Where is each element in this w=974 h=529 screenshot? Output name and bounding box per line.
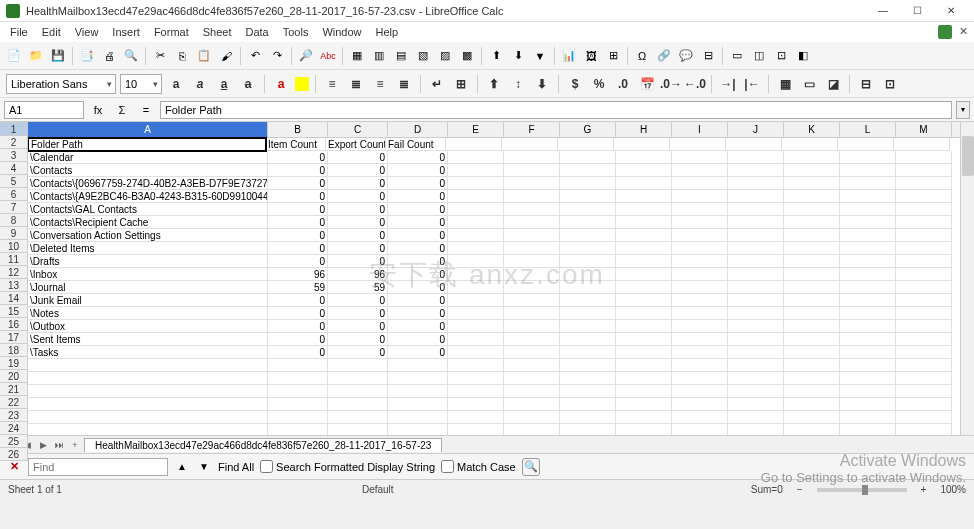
cell-B15[interactable]: 0 [268, 320, 328, 333]
close-button[interactable]: ✕ [934, 2, 968, 20]
row-header-10[interactable]: 10 [0, 240, 27, 253]
col-header-A[interactable]: A [28, 122, 268, 137]
cell-I20[interactable] [672, 385, 728, 398]
cell-M7[interactable] [896, 216, 952, 229]
number-button[interactable]: .0 [613, 74, 633, 94]
add-decimal-button[interactable]: .0→ [661, 74, 681, 94]
row-header-19[interactable]: 19 [0, 357, 27, 370]
cell-M10[interactable] [896, 255, 952, 268]
image-icon[interactable]: 🖼 [581, 46, 601, 66]
strikethrough-button[interactable]: a [238, 74, 258, 94]
cell-H14[interactable] [616, 307, 672, 320]
borders-button[interactable]: ▦ [775, 74, 795, 94]
menu-format[interactable]: Format [148, 24, 195, 40]
cell-D5[interactable]: 0 [388, 190, 448, 203]
function-wizard-button[interactable]: fx [88, 101, 108, 119]
cell-B21[interactable] [268, 398, 328, 411]
cell-H20[interactable] [616, 385, 672, 398]
cell-C3[interactable]: 0 [328, 164, 388, 177]
cell-D11[interactable]: 0 [388, 268, 448, 281]
cell-C16[interactable]: 0 [328, 333, 388, 346]
cell-L10[interactable] [840, 255, 896, 268]
cell-F4[interactable] [504, 177, 560, 190]
cell-D23[interactable] [388, 424, 448, 435]
cell-I9[interactable] [672, 242, 728, 255]
cell-L12[interactable] [840, 281, 896, 294]
cell-M19[interactable] [896, 372, 952, 385]
find-next-button[interactable]: ▼ [196, 459, 212, 475]
zoom-in-button[interactable]: + [921, 484, 927, 495]
cell-K11[interactable] [784, 268, 840, 281]
tab-next-button[interactable]: ▶ [36, 438, 50, 452]
cell-B13[interactable]: 0 [268, 294, 328, 307]
row-header-26[interactable]: 26 [0, 448, 27, 461]
cell-K2[interactable] [784, 151, 840, 164]
cell-A1[interactable]: Folder Path [28, 137, 267, 152]
function-button[interactable]: = [136, 101, 156, 119]
cell-K1[interactable] [782, 138, 838, 151]
cell-H15[interactable] [616, 320, 672, 333]
col-header-C[interactable]: C [328, 122, 388, 137]
date-button[interactable]: 📅 [637, 74, 657, 94]
font-color-button[interactable]: a [271, 74, 291, 94]
cell-G11[interactable] [560, 268, 616, 281]
row-header-23[interactable]: 23 [0, 409, 27, 422]
cell-I15[interactable] [672, 320, 728, 333]
cell-M18[interactable] [896, 359, 952, 372]
cell-B6[interactable]: 0 [268, 203, 328, 216]
insert-row-icon[interactable]: ▤ [391, 46, 411, 66]
menu-edit[interactable]: Edit [36, 24, 67, 40]
cell-G6[interactable] [560, 203, 616, 216]
cell-F1[interactable] [502, 138, 558, 151]
cell-L6[interactable] [840, 203, 896, 216]
cell-M4[interactable] [896, 177, 952, 190]
cell-I17[interactable] [672, 346, 728, 359]
cell-H2[interactable] [616, 151, 672, 164]
cell-H21[interactable] [616, 398, 672, 411]
cell-B17[interactable]: 0 [268, 346, 328, 359]
row-header-15[interactable]: 15 [0, 305, 27, 318]
cell-D6[interactable]: 0 [388, 203, 448, 216]
cell-B11[interactable]: 96 [268, 268, 328, 281]
cell-H8[interactable] [616, 229, 672, 242]
cell-I6[interactable] [672, 203, 728, 216]
cell-A5[interactable]: \Contacts\{A9E2BC46-B3A0-4243-B315-60D99… [28, 190, 268, 203]
cell-B5[interactable]: 0 [268, 190, 328, 203]
cell-I18[interactable] [672, 359, 728, 372]
cell-C2[interactable]: 0 [328, 151, 388, 164]
cell-D18[interactable] [388, 359, 448, 372]
border-color-button[interactable]: ◪ [823, 74, 843, 94]
cell-reference-box[interactable]: A1 [4, 101, 84, 119]
highlight-button[interactable] [295, 77, 309, 91]
cell-K21[interactable] [784, 398, 840, 411]
row-header-18[interactable]: 18 [0, 344, 27, 357]
cell-E5[interactable] [448, 190, 504, 203]
cell-J23[interactable] [728, 424, 784, 435]
cell-A22[interactable] [28, 411, 268, 424]
cell-L8[interactable] [840, 229, 896, 242]
headers-icon[interactable]: ⊟ [698, 46, 718, 66]
align-left-button[interactable]: ≡ [322, 74, 342, 94]
cell-J12[interactable] [728, 281, 784, 294]
cell-J16[interactable] [728, 333, 784, 346]
cell-F15[interactable] [504, 320, 560, 333]
cell-K13[interactable] [784, 294, 840, 307]
delete-row-icon[interactable]: ▨ [435, 46, 455, 66]
cell-A9[interactable]: \Deleted Items [28, 242, 268, 255]
cell-J22[interactable] [728, 411, 784, 424]
cell-B14[interactable]: 0 [268, 307, 328, 320]
cell-M9[interactable] [896, 242, 952, 255]
cell-H1[interactable] [614, 138, 670, 151]
cell-F3[interactable] [504, 164, 560, 177]
cell-E7[interactable] [448, 216, 504, 229]
cell-D17[interactable]: 0 [388, 346, 448, 359]
cell-B18[interactable] [268, 359, 328, 372]
row-header-11[interactable]: 11 [0, 253, 27, 266]
align-right-button[interactable]: ≡ [370, 74, 390, 94]
row-header-22[interactable]: 22 [0, 396, 27, 409]
open-icon[interactable]: 📁 [26, 46, 46, 66]
underline-button[interactable]: a [214, 74, 234, 94]
col-header-D[interactable]: D [388, 122, 448, 137]
delete-col-icon[interactable]: ▩ [457, 46, 477, 66]
cell-M8[interactable] [896, 229, 952, 242]
